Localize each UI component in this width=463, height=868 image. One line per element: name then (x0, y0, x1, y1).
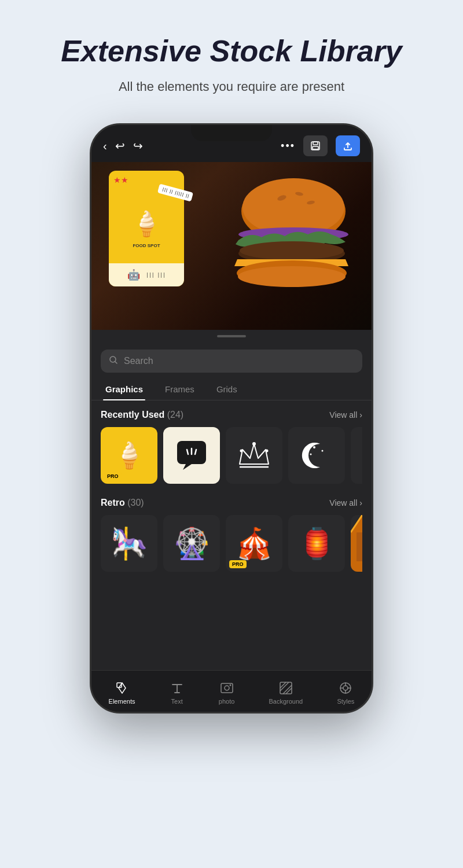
nav-label-styles: Styles (337, 698, 354, 705)
ice-cream-emoji: 🍦 (113, 440, 145, 470)
tabs-row: Graphics Frames Grids (91, 378, 372, 400)
styles-icon (338, 681, 353, 696)
photo-icon (219, 681, 234, 696)
sticker-bottom-strip: 🤖 ||| ||| (109, 263, 184, 286)
upload-button[interactable] (336, 135, 360, 156)
svg-rect-29 (280, 682, 292, 694)
retro-item-circus[interactable]: 🎪 PRO (226, 515, 282, 572)
sticker-face-emoji: 🤖 (127, 269, 140, 281)
retro-item-streetlamp[interactable]: 🏮 (288, 515, 345, 572)
canvas-area[interactable]: ★★ ||| || ||||| || 🍦 FOOD SPOT 🤖 ||| ||| (91, 162, 372, 330)
retro-count: (30) (127, 498, 144, 507)
svg-point-16 (252, 442, 256, 446)
retro-view-all[interactable]: View all › (329, 498, 362, 507)
graphic-item-speechbubble[interactable] (163, 427, 220, 484)
drag-handle-bar (217, 335, 246, 337)
nav-label-photo: photo (219, 698, 235, 705)
tab-graphics[interactable]: Graphics (103, 378, 145, 400)
bottom-panel: Search Graphics Frames Grids Recently Us… (91, 343, 372, 712)
sticker-card[interactable]: ★★ ||| || ||||| || 🍦 FOOD SPOT 🤖 ||| ||| (109, 171, 184, 286)
svg-marker-24 (119, 683, 126, 693)
retro-partial-icon (351, 515, 362, 572)
elements-icon (115, 681, 130, 696)
redo-icon[interactable]: ↪ (133, 139, 143, 153)
recently-used-title: Recently Used (24) (101, 410, 183, 420)
nav-item-elements[interactable]: Elements (109, 681, 135, 705)
tab-frames[interactable]: Frames (163, 378, 197, 400)
sticker-stars: ★★ (113, 175, 128, 185)
retro-grid: 🎠 🎡 🎪 PRO 🏮 (101, 515, 362, 576)
speech-bubble-icon (174, 438, 209, 473)
upload-icon (342, 140, 354, 152)
phone-shell: ‹ ↩ ↪ ••• (90, 123, 373, 713)
save-icon (310, 140, 321, 152)
recently-used-view-all[interactable]: View all › (329, 410, 362, 420)
page-headline: Extensive Stock Library (38, 35, 425, 68)
svg-point-18 (266, 450, 269, 453)
recently-used-count: (24) (167, 410, 183, 420)
nav-item-photo[interactable]: photo (219, 681, 235, 705)
graphic-item-blob[interactable] (351, 427, 362, 484)
save-button[interactable] (303, 135, 328, 156)
svg-point-19 (313, 446, 315, 448)
background-icon (278, 681, 293, 696)
recently-used-grid: 🍦 PRO (101, 427, 362, 488)
tab-grids[interactable]: Grids (214, 378, 240, 400)
svg-point-12 (238, 266, 346, 287)
svg-point-20 (321, 450, 323, 451)
svg-point-10 (240, 241, 344, 260)
burger-illustration (198, 168, 360, 318)
retro-title: Retro (30) (101, 498, 144, 508)
panel-content: Recently Used (24) View all › 🍦 PRO (91, 400, 372, 670)
phone-screen: ‹ ↩ ↪ ••• (91, 125, 372, 712)
nav-label-elements: Elements (109, 698, 135, 705)
retro-item-carousel[interactable]: 🎠 (101, 515, 157, 572)
svg-point-21 (310, 453, 311, 455)
search-placeholder: Search (124, 356, 153, 366)
svg-point-27 (225, 686, 229, 690)
search-bar[interactable]: Search (101, 350, 362, 373)
top-bar: ‹ ↩ ↪ ••• (91, 125, 372, 162)
retro-header: Retro (30) View all › (101, 488, 362, 515)
text-icon (170, 681, 185, 696)
retro-item-partial[interactable] (351, 515, 362, 572)
undo-icon[interactable]: ↩ (115, 139, 125, 153)
moon-icon (298, 437, 336, 475)
bottom-nav: Elements Text phot (91, 670, 372, 712)
back-icon[interactable]: ‹ (103, 139, 107, 153)
pro-badge-retro: PRO (229, 560, 247, 568)
nav-label-text: Text (171, 698, 183, 705)
canvas-background: ★★ ||| || ||||| || 🍦 FOOD SPOT 🤖 ||| ||| (91, 162, 372, 330)
drag-handle[interactable] (91, 330, 372, 343)
sticker-tag-text: FOOD SPOT (133, 243, 160, 248)
nav-label-background: Background (269, 698, 303, 705)
retro-item-ferriswheel[interactable]: 🎡 (163, 515, 220, 572)
graphic-item-moon[interactable] (288, 427, 345, 484)
crown-icon (234, 438, 274, 473)
svg-point-31 (343, 686, 348, 690)
nav-item-styles[interactable]: Styles (337, 681, 354, 705)
sticker-barcode-small: ||| ||| (146, 273, 166, 278)
recently-used-header: Recently Used (24) View all › (101, 400, 362, 427)
search-icon (109, 355, 118, 367)
pro-badge-1: PRO (104, 472, 122, 480)
graphic-item-icecream[interactable]: 🍦 PRO (101, 427, 157, 484)
more-icon[interactable]: ••• (281, 140, 295, 152)
nav-item-background[interactable]: Background (269, 681, 303, 705)
svg-rect-22 (357, 532, 362, 561)
svg-point-17 (240, 450, 243, 453)
svg-rect-1 (313, 142, 318, 145)
nav-item-text[interactable]: Text (170, 681, 185, 705)
page-wrapper: Extensive Stock Library All the elements… (0, 0, 463, 868)
svg-point-28 (229, 684, 231, 686)
search-bar-wrap: Search (91, 343, 372, 378)
sticker-barcode: ||| || ||||| || (157, 184, 193, 202)
svg-rect-2 (313, 146, 318, 149)
graphic-item-crown[interactable] (226, 427, 282, 484)
page-subheadline: All the elements you require are present (119, 79, 344, 94)
sticker-ice-cream-emoji: 🍦 (131, 209, 161, 238)
